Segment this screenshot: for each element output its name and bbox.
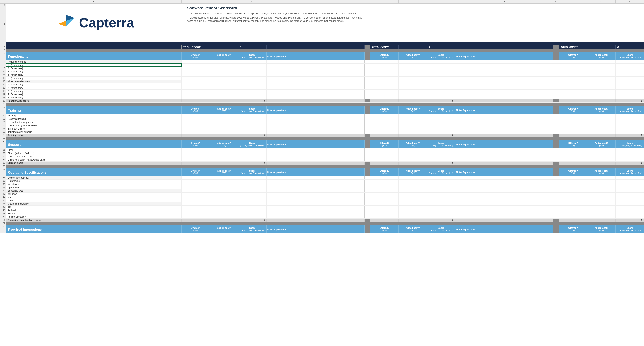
cell[interactable] [616,121,644,124]
cell[interactable] [559,64,588,67]
cell[interactable] [364,202,370,205]
cell[interactable] [364,90,370,93]
cell[interactable] [370,196,399,199]
cell[interactable] [238,215,266,218]
cell[interactable] [455,158,553,161]
cell[interactable] [427,183,456,186]
col-header-G[interactable]: G [370,0,399,3]
cell[interactable] [588,193,616,196]
cell[interactable] [266,180,365,183]
cell[interactable] [364,60,370,63]
cell[interactable] [559,86,588,89]
cell[interactable] [427,121,456,124]
cell[interactable] [559,180,588,183]
cell[interactable] [616,196,644,199]
cell[interactable] [553,209,559,212]
cell[interactable] [364,86,370,89]
cell[interactable] [370,96,399,99]
cell[interactable] [210,90,238,93]
cell[interactable] [455,93,553,96]
cell[interactable] [182,60,210,63]
cell[interactable] [427,148,456,152]
cell[interactable] [266,130,365,134]
cell[interactable] [238,148,266,152]
cell[interactable] [210,70,238,73]
cell[interactable] [588,215,616,218]
cell[interactable] [266,199,365,202]
cell[interactable] [616,206,644,209]
cell[interactable] [364,186,370,189]
cell[interactable] [588,212,616,215]
cell[interactable] [364,183,370,186]
cell[interactable] [553,73,559,76]
row-header-19[interactable]: 19 [0,99,6,102]
cell[interactable] [210,83,238,86]
cell[interactable] [182,86,210,89]
cell[interactable] [616,148,644,152]
cell[interactable] [210,196,238,199]
cell[interactable] [238,196,266,199]
cell[interactable] [182,180,210,183]
cell[interactable] [553,127,559,130]
feature-label[interactable]: Recorded training [6,117,182,120]
cell[interactable] [427,127,456,130]
cell[interactable] [559,93,588,96]
cell[interactable] [455,83,553,86]
cell[interactable] [553,121,559,124]
feature-label[interactable]: 2.[enter here] [6,86,182,89]
cell[interactable] [588,186,616,189]
feature-label[interactable]: 3.[enter here] [6,70,182,73]
cell[interactable] [266,176,365,179]
cell[interactable] [616,64,644,67]
cell[interactable] [553,199,559,202]
cell[interactable] [370,176,399,179]
cell[interactable] [266,77,365,80]
cell[interactable] [238,189,266,192]
cell[interactable] [399,80,427,83]
cell[interactable] [553,124,559,127]
cell[interactable] [238,193,266,196]
cell[interactable] [399,130,427,134]
cell[interactable] [238,158,266,161]
cell[interactable] [182,189,210,192]
cell[interactable] [182,124,210,127]
cell[interactable] [266,183,365,186]
feature-label[interactable]: Implementation support [6,130,182,134]
cell[interactable] [455,176,553,179]
cell[interactable] [182,80,210,83]
cell[interactable] [553,148,559,152]
cell[interactable] [553,83,559,86]
col-header-B[interactable]: B [182,0,210,3]
cell[interactable] [266,202,365,205]
cell[interactable] [238,206,266,209]
row-header-8[interactable]: 8 [0,64,6,67]
col-header-J[interactable]: J [455,0,553,3]
cell[interactable] [455,124,553,127]
cell[interactable] [559,73,588,76]
row-header-29[interactable]: 29 [0,137,6,140]
cell[interactable] [364,127,370,130]
corner-cell[interactable] [0,0,6,3]
row-header-51[interactable]: 51 [0,219,6,222]
cell[interactable] [427,77,456,80]
cell[interactable] [370,130,399,134]
cell[interactable] [427,189,456,192]
feature-label[interactable]: Additional specs? [6,215,182,218]
cell[interactable] [399,67,427,70]
row-header-35[interactable]: 35 [0,161,6,165]
cell[interactable] [399,155,427,158]
cell[interactable] [370,152,399,155]
col-header-A[interactable]: A [6,0,182,3]
cell[interactable] [238,212,266,215]
cell[interactable] [427,60,456,63]
cell[interactable] [427,93,456,96]
cell[interactable] [553,117,559,120]
cell[interactable] [616,86,644,89]
cell[interactable] [427,64,456,67]
cell[interactable] [399,189,427,192]
cell[interactable] [370,158,399,161]
cell[interactable] [427,86,456,89]
cell[interactable] [182,121,210,124]
cell[interactable] [427,202,456,205]
cell[interactable] [588,202,616,205]
